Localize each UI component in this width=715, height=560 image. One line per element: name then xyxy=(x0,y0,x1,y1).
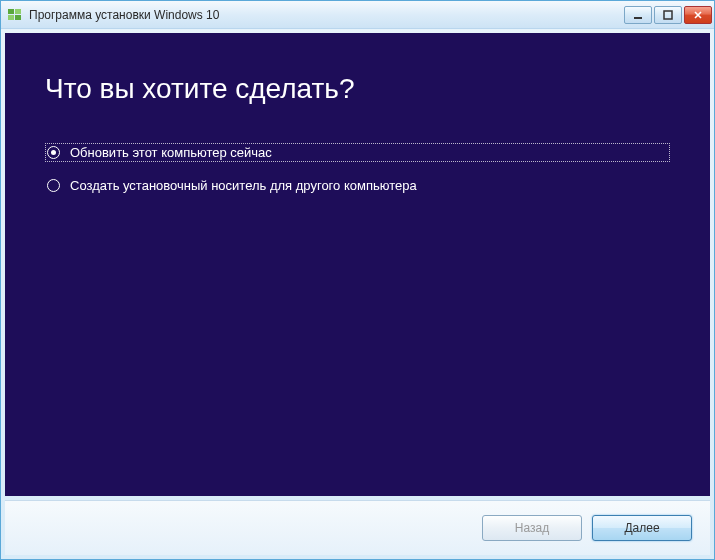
svg-rect-4 xyxy=(634,17,642,19)
radio-icon xyxy=(47,179,60,192)
page-heading: Что вы хотите сделать? xyxy=(45,73,670,105)
option-label: Обновить этот компьютер сейчас xyxy=(70,145,272,160)
svg-rect-1 xyxy=(15,9,21,14)
close-button[interactable] xyxy=(684,6,712,24)
svg-rect-5 xyxy=(664,11,672,19)
option-label: Создать установочный носитель для другог… xyxy=(70,178,417,193)
option-create-media[interactable]: Создать установочный носитель для другог… xyxy=(45,176,670,195)
titlebar: Программа установки Windows 10 xyxy=(1,1,714,29)
window-title: Программа установки Windows 10 xyxy=(29,8,624,22)
window-controls xyxy=(624,6,712,24)
installer-window: Программа установки Windows 10 Что вы хо… xyxy=(0,0,715,560)
option-upgrade-now[interactable]: Обновить этот компьютер сейчас xyxy=(45,143,670,162)
minimize-button[interactable] xyxy=(624,6,652,24)
svg-rect-2 xyxy=(8,15,14,20)
back-button[interactable]: Назад xyxy=(482,515,582,541)
app-icon xyxy=(7,7,23,23)
svg-rect-3 xyxy=(15,15,21,20)
next-button[interactable]: Далее xyxy=(592,515,692,541)
maximize-button[interactable] xyxy=(654,6,682,24)
footer: Назад Далее xyxy=(5,500,710,555)
svg-rect-0 xyxy=(8,9,14,14)
radio-icon xyxy=(47,146,60,159)
content-area: Что вы хотите сделать? Обновить этот ком… xyxy=(5,33,710,496)
